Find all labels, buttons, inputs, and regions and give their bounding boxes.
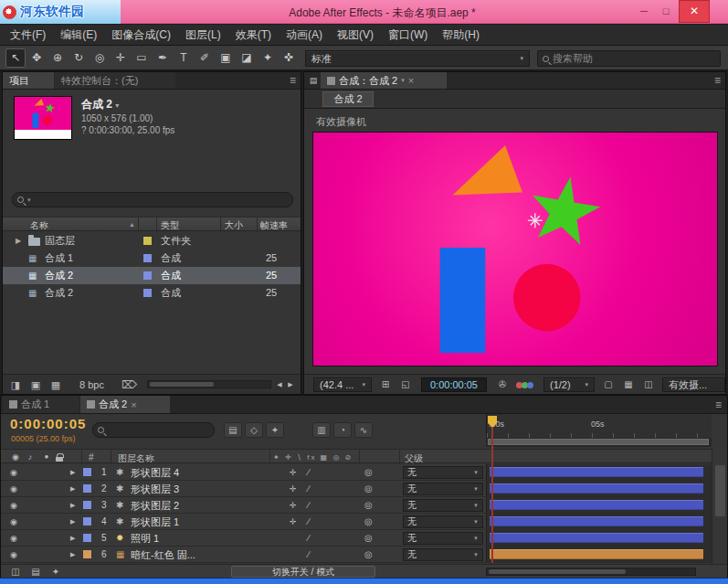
work-area-bar[interactable]: [488, 439, 709, 445]
layer-track[interactable]: [486, 547, 712, 562]
layer-duration-bar[interactable]: [490, 467, 703, 477]
trash-icon[interactable]: ⌦: [121, 375, 136, 395]
label-chip[interactable]: [83, 517, 91, 526]
tab-composition-view[interactable]: 合成：合成 2 ▾ ×: [321, 72, 447, 89]
expander-icon[interactable]: ▶: [70, 547, 75, 563]
chevron-down-icon[interactable]: ▾: [115, 101, 119, 110]
timeline-hscrollbar[interactable]: [486, 568, 696, 576]
layer-duration-bar[interactable]: [490, 500, 703, 510]
label-chip[interactable]: [143, 254, 152, 262]
close-button[interactable]: ✕: [679, 0, 710, 23]
quality-switch-icon[interactable]: ∕: [308, 547, 310, 563]
help-search[interactable]: [537, 50, 721, 67]
composition-canvas[interactable]: [312, 132, 718, 366]
tab-effect-controls[interactable]: 特效控制台：(无): [55, 72, 175, 89]
scroll-right-icon[interactable]: ▶: [286, 375, 295, 395]
eye-icon[interactable]: ◉: [10, 547, 17, 563]
col-fps[interactable]: 帧速率: [260, 219, 288, 232]
layer-duration-bar[interactable]: [490, 533, 703, 543]
maximize-button[interactable]: □: [655, 0, 677, 23]
layer-duration-bar[interactable]: [490, 516, 703, 526]
layer-name[interactable]: 形状图层 2: [131, 497, 179, 514]
label-chip[interactable]: [83, 550, 91, 558]
layer-row[interactable]: ◉ ▶ 6 ▦ 暗红-红色 固... ∕ ◎ 无 ▼: [1, 547, 727, 563]
layer-row[interactable]: ◉ ▶ 1 ✱ 形状图层 4 ✛ ∕ ◎ 无 ▼: [1, 464, 727, 481]
frame-blend-button[interactable]: ▥: [312, 422, 331, 438]
camera-view-dropdown[interactable]: 有效摄...: [662, 377, 725, 392]
camera-tool-button[interactable]: ◎: [90, 48, 110, 68]
collapse-switch-icon[interactable]: ✛: [290, 497, 297, 514]
menu-edit[interactable]: 编辑(E): [53, 25, 104, 45]
shape-star[interactable]: [533, 177, 600, 245]
chevron-down-icon[interactable]: ▾: [401, 77, 405, 84]
table-row[interactable]: ▶ 固态层 文件夹: [3, 232, 301, 250]
selection-tool-button[interactable]: ↖: [5, 48, 26, 68]
quality-switch-icon[interactable]: ∕: [308, 514, 310, 530]
scrollbar-thumb[interactable]: [489, 569, 626, 574]
layer-duration-bar[interactable]: [490, 549, 703, 559]
snapshot-icon[interactable]: ✇: [494, 377, 511, 392]
motion-blur-button[interactable]: ◔: [333, 422, 352, 438]
region-of-interest-icon[interactable]: ▢: [600, 377, 617, 392]
transparency-grid-icon[interactable]: ▦: [620, 377, 637, 392]
timeline-vscrollbar[interactable]: [712, 449, 727, 564]
project-search-input[interactable]: [35, 195, 288, 206]
scrollbar-thumb[interactable]: [150, 382, 214, 387]
eye-icon[interactable]: ◉: [10, 497, 17, 514]
parent-dropdown[interactable]: 无 ▼: [403, 499, 483, 512]
type-tool-button[interactable]: T: [174, 48, 194, 68]
graph-editor-button[interactable]: ∿: [354, 422, 373, 438]
quality-switch-icon[interactable]: ∕: [308, 497, 310, 514]
new-composition-icon[interactable]: ▦: [48, 375, 63, 395]
interpret-footage-icon[interactable]: ◨: [8, 375, 23, 395]
comp-button[interactable]: 合成 2: [322, 91, 374, 107]
collapse-switch-icon[interactable]: ✛: [290, 481, 297, 497]
minimize-button[interactable]: ─: [633, 0, 655, 23]
in-out-panes-icon[interactable]: ✦: [48, 565, 63, 579]
collapse-switch-icon[interactable]: ✛: [290, 464, 297, 481]
col-number[interactable]: #: [89, 452, 94, 462]
pan-behind-tool-button[interactable]: ✛: [111, 48, 131, 68]
layer-name[interactable]: 形状图层 3: [131, 481, 179, 497]
adjustment-switch-icon[interactable]: ◎: [364, 497, 373, 514]
work-area-track[interactable]: [486, 438, 712, 447]
transfer-controls-icon[interactable]: ▤: [28, 565, 43, 579]
toggle-switches-modes-button[interactable]: 切换开关 / 模式: [231, 566, 375, 578]
viewer-timecode[interactable]: 0:00:00:05: [421, 377, 487, 392]
draft-3d-button[interactable]: ◇: [245, 422, 263, 438]
layer-name[interactable]: 形状图层 1: [131, 514, 179, 530]
expander-icon[interactable]: ▶: [70, 530, 75, 547]
layer-row[interactable]: ◉ ▶ 3 ✱ 形状图层 2 ✛ ∕ ◎ 无 ▼: [1, 497, 727, 514]
col-type[interactable]: 类型: [161, 219, 179, 232]
layer-row[interactable]: ◉ ▶ 5 ✸ 照明 1 ∕ ◎ 无 ▼: [1, 530, 727, 547]
expander-icon[interactable]: ▶: [70, 481, 75, 497]
layer-duration-bar[interactable]: [490, 483, 703, 494]
label-chip[interactable]: [83, 468, 91, 476]
expander-icon[interactable]: ▶: [70, 514, 75, 530]
rotation-tool-button[interactable]: ↻: [69, 48, 89, 68]
comp-mini-flowchart-button[interactable]: ▤: [224, 422, 242, 438]
eraser-tool-button[interactable]: ◪: [237, 48, 257, 68]
hand-tool-button[interactable]: ✥: [26, 48, 47, 68]
close-icon[interactable]: ×: [408, 75, 414, 86]
fast-previews-icon[interactable]: ◫: [640, 377, 657, 392]
shape-circle[interactable]: [513, 264, 580, 331]
layer-name[interactable]: 暗红-红色 固...: [131, 547, 195, 563]
label-chip[interactable]: [143, 271, 152, 280]
parent-dropdown[interactable]: 无 ▼: [403, 532, 483, 545]
pen-tool-button[interactable]: ✒: [153, 48, 173, 68]
project-search[interactable]: ▾: [12, 192, 293, 207]
tab-project[interactable]: 项目: [3, 72, 54, 89]
layer-name[interactable]: 照明 1: [131, 530, 159, 547]
scroll-left-icon[interactable]: ◀: [275, 375, 284, 395]
menu-view[interactable]: 视图(V): [330, 25, 381, 45]
layer-track[interactable]: [486, 481, 712, 496]
timeline-search-input[interactable]: [108, 425, 209, 436]
tab-comp-2[interactable]: 合成 2 ×: [80, 396, 170, 413]
menu-help[interactable]: 帮助(H): [435, 25, 487, 45]
panel-menu-icon[interactable]: ≡: [715, 396, 722, 414]
puppet-pin-tool-button[interactable]: ✜: [279, 48, 299, 68]
layer-track[interactable]: [486, 514, 712, 529]
adjustment-switch-icon[interactable]: ◎: [364, 547, 373, 563]
col-layer-name[interactable]: 图层名称: [118, 452, 154, 465]
